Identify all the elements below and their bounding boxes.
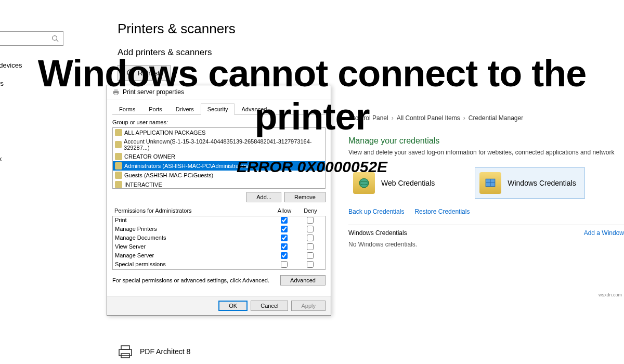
permission-name: Manage Printers <box>115 226 271 233</box>
list-item[interactable]: Account Unknown(S-1-15-3-1024-4044835139… <box>113 137 325 152</box>
allow-column-header: Allow <box>271 207 297 214</box>
svg-rect-4 <box>114 93 118 95</box>
allow-checkbox[interactable] <box>281 217 288 224</box>
svg-line-1 <box>57 40 59 42</box>
permission-row: Manage Server <box>113 252 325 261</box>
users-listbox[interactable]: ALL APPLICATION PACKAGES Account Unknown… <box>112 127 326 189</box>
group-icon <box>115 162 122 170</box>
special-permissions-note: For special permissions or advanced sett… <box>112 277 269 283</box>
tile-label: Windows Credentials <box>508 179 576 187</box>
restore-credentials-link[interactable]: Restore Credentials <box>414 208 470 215</box>
deny-checkbox[interactable] <box>307 226 314 232</box>
permission-name: Manage Server <box>115 252 271 260</box>
sidebar-item-windows-ink[interactable]: indows Ink <box>0 150 68 168</box>
remove-user-button[interactable]: Remove <box>284 192 326 202</box>
dialog-title-text: Print server properties <box>123 88 184 96</box>
printer-icon <box>112 88 120 96</box>
permission-row: Special permissions <box>113 261 325 269</box>
safe-windows-icon <box>479 172 501 194</box>
list-item[interactable]: CREATOR OWNER <box>113 152 325 161</box>
chevron-right-icon: › <box>392 114 394 122</box>
permission-row: Print <box>113 216 325 225</box>
deny-checkbox[interactable] <box>307 235 314 241</box>
list-item[interactable]: INTERACTIVE <box>113 180 325 189</box>
list-item[interactable]: Guests (ASHISH-MAC-PC\Guests) <box>113 171 325 180</box>
section-heading-add: Add printers & scanners <box>118 47 326 58</box>
sidebar-item-bluetooth[interactable]: h & other devices <box>0 56 68 74</box>
refresh-label: Refresh <box>138 69 162 77</box>
tab-advanced[interactable]: Advanced <box>235 103 274 115</box>
svg-rect-11 <box>121 346 129 349</box>
user-icon <box>115 141 122 148</box>
tab-drivers[interactable]: Drivers <box>169 103 201 115</box>
watermark-text: wsxdn.com <box>599 292 622 297</box>
allow-checkbox[interactable] <box>281 226 288 232</box>
allow-checkbox[interactable] <box>281 243 288 250</box>
allow-checkbox[interactable] <box>281 235 288 241</box>
web-credentials-tile[interactable]: Web Credentials <box>348 167 444 199</box>
sidebar-item-printers[interactable]: & scanners <box>0 74 68 93</box>
search-icon <box>51 35 59 42</box>
tab-ports[interactable]: Ports <box>142 103 169 115</box>
windows-credentials-tile[interactable]: Windows Credentials <box>475 167 585 199</box>
breadcrumb: Control Panel › All Control Panel Items … <box>348 114 624 122</box>
backup-credentials-link[interactable]: Back up Credentials <box>348 208 404 215</box>
print-server-properties-dialog: Print server properties Forms Ports Driv… <box>107 85 331 316</box>
breadcrumb-item[interactable]: All Control Panel Items <box>397 114 460 122</box>
safe-globe-icon <box>353 172 375 194</box>
add-user-button[interactable]: Add... <box>246 192 281 202</box>
allow-checkbox[interactable] <box>281 252 288 259</box>
tab-forms[interactable]: Forms <box>112 103 142 115</box>
breadcrumb-item: Credential Manager <box>469 114 523 122</box>
group-icon <box>115 153 122 160</box>
tab-security[interactable]: Security <box>201 103 235 115</box>
permission-row: Manage Documents <box>113 234 325 243</box>
svg-rect-3 <box>114 89 118 92</box>
permission-row: View Server <box>113 243 325 252</box>
settings-search-input[interactable]: ng <box>0 31 63 46</box>
permission-name: Manage Documents <box>115 235 271 242</box>
deny-checkbox[interactable] <box>307 261 314 268</box>
group-icon <box>115 172 122 179</box>
printer-device-item[interactable]: PDF Architect 8 <box>117 344 190 359</box>
deny-checkbox[interactable] <box>307 252 314 259</box>
list-item[interactable]: ALL APPLICATION PACKAGES <box>113 128 325 137</box>
deny-checkbox[interactable] <box>307 217 314 224</box>
chevron-right-icon: › <box>463 114 465 122</box>
settings-main-panel: Printers & scanners Add printers & scann… <box>118 21 326 81</box>
svg-point-0 <box>53 36 57 41</box>
add-windows-credential-link[interactable]: Add a Window <box>584 229 624 237</box>
permission-name: View Server <box>115 243 271 251</box>
cred-mgr-subheading: View and delete your saved log-on inform… <box>348 149 624 156</box>
cred-mgr-heading: Manage your credentials <box>348 136 624 146</box>
refresh-icon <box>126 69 135 77</box>
deny-checkbox[interactable] <box>307 243 314 250</box>
tile-label: Web Credentials <box>381 179 435 187</box>
credential-manager-panel: Control Panel › All Control Panel Items … <box>348 114 624 248</box>
cancel-button[interactable]: Cancel <box>251 301 288 311</box>
svg-point-5 <box>359 178 369 188</box>
permission-name: Print <box>115 217 271 225</box>
group-icon <box>115 129 122 136</box>
refresh-button[interactable]: Refresh <box>118 65 171 81</box>
permissions-for-label: Permissions for Administrators <box>114 207 271 214</box>
printer-icon <box>117 344 134 359</box>
dialog-tabs: Forms Ports Drivers Security Advanced <box>112 103 326 115</box>
permission-row: Manage Printers <box>113 225 325 234</box>
no-credentials-text: No Windows credentials. <box>348 241 624 248</box>
page-title: Printers & scanners <box>118 21 326 37</box>
permissions-table: PrintManage PrintersManage DocumentsView… <box>112 216 326 270</box>
breadcrumb-item[interactable]: Control Panel <box>350 114 388 122</box>
ok-button[interactable]: OK <box>218 301 248 311</box>
list-item-selected[interactable]: Administrators (ASHISH-MAC-PC\Administra… <box>113 161 325 171</box>
advanced-button[interactable]: Advanced <box>280 275 326 285</box>
apply-button[interactable]: Apply <box>291 301 326 311</box>
settings-left-sidebar: ng h & other devices & scanners indows I… <box>0 31 68 168</box>
dialog-titlebar: Print server properties <box>107 85 331 99</box>
permission-name: Special permissions <box>115 261 271 269</box>
windows-credentials-section-title: Windows Credentials <box>348 229 407 237</box>
deny-column-header: Deny <box>297 207 323 214</box>
group-icon <box>115 181 122 188</box>
allow-checkbox[interactable] <box>281 261 288 268</box>
group-users-label: Group or user names: <box>112 119 326 125</box>
